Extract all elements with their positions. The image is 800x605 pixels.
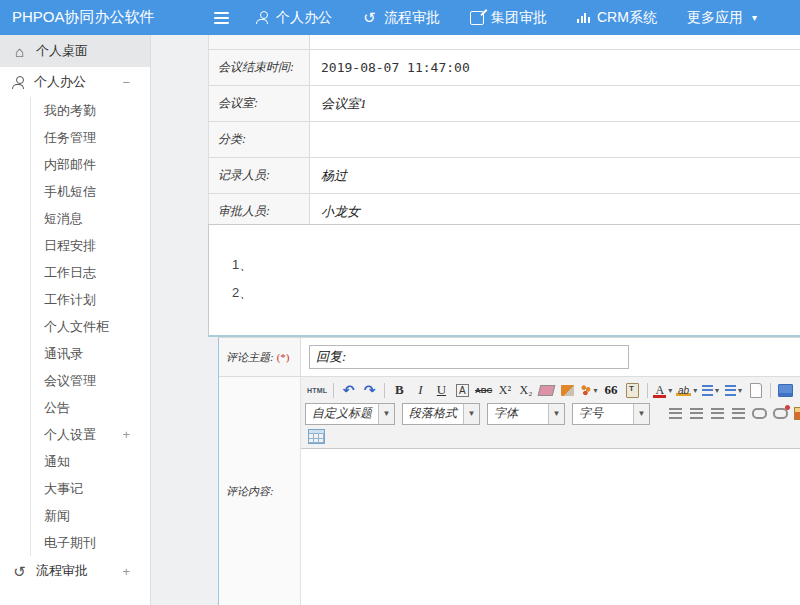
font-size-select[interactable]: 字号▼ — [572, 403, 650, 425]
table-icon-button[interactable] — [306, 427, 327, 447]
format-brush-icon-button[interactable] — [558, 380, 577, 400]
table-label-cell: 记录人员: — [209, 158, 310, 193]
sidebar-item-contacts[interactable]: 通讯录 — [30, 340, 150, 367]
edit-icon — [470, 11, 484, 25]
font-style-box-button[interactable]: A — [453, 380, 472, 400]
expand-icon[interactable]: + — [122, 427, 130, 442]
comment-subject-input[interactable] — [309, 345, 629, 369]
align-left-icon-glyph — [669, 408, 682, 419]
sidebar-item-notification[interactable]: 通知 — [30, 448, 150, 475]
nav-more-apps-label: 更多应用 — [687, 9, 743, 27]
unordered-list-icon-button[interactable]: ▾ — [723, 380, 744, 400]
align-right-icon-button[interactable] — [708, 404, 727, 424]
subscript-button[interactable]: X₂ — [516, 380, 535, 400]
nav-crm-system[interactable]: CRM系统 — [577, 9, 657, 27]
sidebar-item-e-journal[interactable]: 电子期刊 — [30, 529, 150, 556]
new-page-icon-button[interactable] — [746, 380, 765, 400]
sidebar-item-meeting-management[interactable]: 会议管理 — [30, 367, 150, 394]
chevron-down-icon[interactable]: ▼ — [378, 404, 394, 424]
align-center-icon-glyph — [690, 408, 703, 419]
bold-button[interactable]: B — [390, 380, 409, 400]
ordered-list-icon-button[interactable]: ▾ — [700, 380, 721, 400]
redo-button[interactable]: ↷ — [360, 380, 379, 400]
nav-group-approval-label: 集团审批 — [491, 9, 547, 27]
font-color-button[interactable]: A▾ — [652, 380, 673, 400]
top-nav-menu: 个人办公↺流程审批集团审批CRM系统更多应用▾ — [256, 9, 757, 27]
paragraph-format-select[interactable]: 段落格式▼ — [402, 403, 480, 425]
heading-select[interactable]: 自定义标题▼ — [305, 403, 395, 425]
align-right-icon-glyph — [711, 408, 724, 419]
sidebar-item-short-message[interactable]: 短消息 — [30, 205, 150, 232]
sidebar-item-personal-desktop[interactable]: ⌂个人桌面 — [0, 35, 150, 67]
chevron-down-icon[interactable]: ▼ — [633, 404, 649, 424]
chevron-down-icon: ▾ — [715, 386, 719, 395]
chevron-down-icon[interactable]: ▼ — [548, 404, 564, 424]
expand-icon[interactable]: + — [122, 564, 130, 579]
table-icon-glyph — [308, 429, 325, 444]
unlink-icon-button[interactable] — [771, 404, 790, 424]
paste-icon-button[interactable] — [623, 380, 642, 400]
undo-button[interactable]: ↶ — [339, 380, 358, 400]
table-row: 会议室:会议室1 — [209, 86, 800, 122]
nav-personal-office[interactable]: 个人办公 — [256, 9, 332, 27]
highlight-color-button[interactable]: ab▾ — [675, 380, 698, 400]
sidebar-item-my-attendance[interactable]: 我的考勤 — [30, 97, 150, 124]
sidebar-item-process-approval[interactable]: ↺流程审批+ — [0, 556, 150, 586]
underline-button[interactable]: U — [432, 380, 451, 400]
blockquote-button[interactable]: 66 — [602, 380, 621, 400]
link-icon-button[interactable] — [750, 404, 769, 424]
table-row-partial — [209, 35, 800, 50]
table-value-cell: 会议室1 — [310, 86, 800, 121]
ordered-list-icon-glyph — [702, 385, 713, 396]
html-source-button[interactable]: HTML — [306, 380, 328, 400]
sidebar-item-task-management[interactable]: 任务管理 — [30, 124, 150, 151]
chevron-down-icon[interactable]: ▼ — [463, 404, 479, 424]
process-icon: ↺ — [362, 10, 377, 25]
nav-more-apps[interactable]: 更多应用▾ — [687, 9, 757, 27]
align-center-icon-button[interactable] — [687, 404, 706, 424]
bold-button-glyph: B — [395, 382, 404, 398]
collapse-icon[interactable]: − — [122, 75, 130, 90]
sidebar-item-personal-desktop-label: 个人桌面 — [36, 42, 88, 60]
italic-button-glyph: I — [418, 382, 422, 398]
editor-content-area[interactable] — [301, 449, 800, 605]
sidebar-item-contacts-label: 通讯录 — [44, 345, 83, 363]
table-label-cell — [209, 35, 310, 49]
sidebar-item-work-plan[interactable]: 工作计划 — [30, 286, 150, 313]
font-family-select[interactable]: 字体▼ — [487, 403, 565, 425]
table-row: 会议结束时间:2019-08-07 11:47:00 — [209, 50, 800, 86]
sidebar-item-work-log[interactable]: 工作日志 — [30, 259, 150, 286]
eraser-icon-button[interactable] — [537, 380, 556, 400]
sidebar-item-major-events-label: 大事记 — [44, 480, 83, 498]
strikethrough-button[interactable]: ABC — [474, 380, 494, 400]
nav-group-approval[interactable]: 集团审批 — [470, 9, 547, 27]
hamburger-menu-icon[interactable] — [208, 5, 234, 31]
sidebar-item-schedule[interactable]: 日程安排 — [30, 232, 150, 259]
toolbar-separator — [770, 383, 771, 398]
sidebar-item-news-label: 新闻 — [44, 507, 70, 525]
subscript-button-glyph: X₂ — [519, 383, 532, 398]
spray-color-icon-button[interactable]: ▾ — [579, 380, 599, 400]
justify-icon-button[interactable] — [729, 404, 748, 424]
italic-button[interactable]: I — [411, 380, 430, 400]
sidebar: ⌂个人桌面个人办公−我的考勤任务管理内部邮件手机短信短消息日程安排工作日志工作计… — [0, 35, 151, 605]
sidebar-item-personal-settings[interactable]: 个人设置+ — [30, 421, 150, 448]
superscript-button[interactable]: X² — [495, 380, 514, 400]
sidebar-item-mobile-sms[interactable]: 手机短信 — [30, 178, 150, 205]
image-icon-button[interactable] — [792, 404, 800, 424]
align-left-icon-button[interactable] — [666, 404, 685, 424]
sidebar-item-major-events[interactable]: 大事记 — [30, 475, 150, 502]
font-style-box-button-glyph: A — [456, 384, 469, 397]
table-row: 记录人员:杨过 — [209, 158, 800, 194]
sidebar-item-personal-office[interactable]: 个人办公− — [0, 67, 150, 97]
nav-process-approval[interactable]: ↺流程审批 — [362, 9, 440, 27]
sidebar-item-internal-mail[interactable]: 内部邮件 — [30, 151, 150, 178]
fullscreen-icon-button[interactable] — [776, 380, 795, 400]
sidebar-item-news[interactable]: 新闻 — [30, 502, 150, 529]
sidebar-item-personal-file-cabinet[interactable]: 个人文件柜 — [30, 313, 150, 340]
table-label-cell: 会议室: — [209, 86, 310, 121]
paragraph-format-select-value: 段落格式 — [403, 404, 463, 424]
sidebar-item-announcement[interactable]: 公告 — [30, 394, 150, 421]
sidebar-item-mobile-sms-label: 手机短信 — [44, 183, 96, 201]
table-value-cell — [310, 35, 800, 49]
